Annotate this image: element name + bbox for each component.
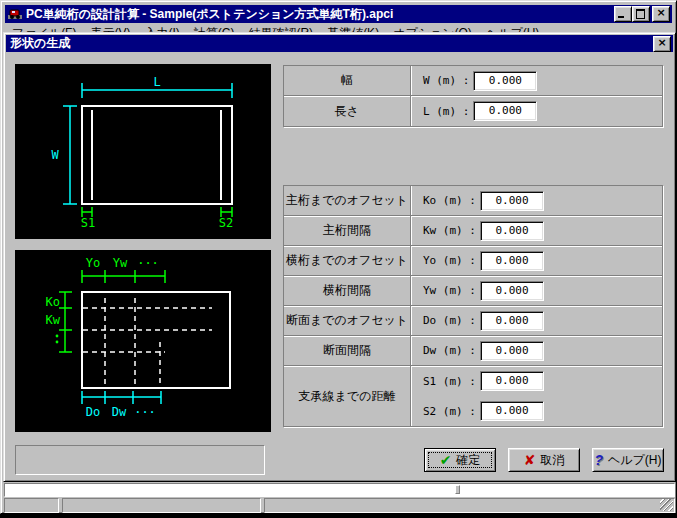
question-icon: ? [594, 453, 603, 467]
splitter-handle[interactable] [455, 485, 460, 494]
field-label: 支承線までの距離 [284, 366, 411, 426]
grid-diagram: Yo Yw ··· Ko Kw Do Dw [15, 250, 271, 432]
form-row: 断面間隔Dw (m) :0.000 [284, 336, 662, 366]
field-cell: L (m) :0.000 [411, 96, 662, 126]
window-titlebar: PC単純桁の設計計算 - Sample(ポストテンション方式単純T桁).apci… [5, 5, 672, 23]
field-line: S1 (m) :0.000 [411, 366, 662, 396]
input-l[interactable]: 0.000 [473, 101, 537, 121]
bottom-edit-bar [4, 483, 675, 497]
field-prefix-yo: Yo (m) : [423, 254, 476, 267]
field-prefix-ko: Ko (m) : [423, 194, 476, 207]
field-prefix-dw: Dw (m) : [423, 344, 476, 357]
dialog-titlebar: 形状の生成 × [6, 35, 673, 52]
dim-dots-bottom: ··· [134, 405, 156, 419]
ok-button-label: 確定 [456, 452, 480, 469]
dim-label-Yo: Yo [86, 256, 100, 270]
field-cell: Yo (m) :0.000 [411, 246, 662, 275]
field-label: 主桁間隔 [284, 216, 411, 245]
form-row: 幅W (m) :0.000 [284, 66, 662, 96]
status-panel-2 [62, 498, 261, 513]
field-label: 横桁間隔 [284, 276, 411, 305]
minimize-icon[interactable] [614, 6, 632, 22]
form-table-main: 主桁までのオフセットKo (m) :0.000主桁間隔Kw (m) :0.000… [283, 185, 663, 427]
field-prefix-s1: S1 (m) : [423, 375, 476, 388]
help-button[interactable]: ? ヘルプ(H) [592, 448, 664, 472]
input-ko[interactable]: 0.000 [480, 191, 544, 211]
input-do[interactable]: 0.000 [480, 311, 544, 331]
help-button-label: ヘルプ(H) [608, 452, 662, 469]
field-label: 横桁までのオフセット [284, 246, 411, 275]
dim-label-Ko: Ko [46, 295, 60, 309]
dim-label-Dw: Dw [112, 405, 127, 419]
form-table-top: 幅W (m) :0.000長さL (m) :0.000 [283, 65, 663, 127]
dim-label-S1: S1 [81, 216, 95, 230]
status-panel-3 [264, 498, 675, 513]
input-s2[interactable]: 0.000 [480, 401, 544, 421]
form-row: 断面までのオフセットDo (m) :0.000 [284, 306, 662, 336]
dim-label-L: L [153, 75, 160, 89]
input-kw[interactable]: 0.000 [480, 221, 544, 241]
input-s1[interactable]: 0.000 [480, 371, 544, 391]
shape-generation-dialog: 形状の生成 × L W [3, 32, 676, 482]
field-label: 主桁までのオフセット [284, 186, 411, 215]
field-cell: S1 (m) :0.000S2 (m) :0.000 [411, 366, 662, 426]
dim-label-W: W [51, 148, 59, 162]
status-bar [4, 498, 675, 513]
field-label: 断面間隔 [284, 336, 411, 365]
field-prefix-kw: Kw (m) : [423, 224, 476, 237]
form-row: 支承線までの距離S1 (m) :0.000S2 (m) :0.000 [284, 366, 662, 426]
input-yo[interactable]: 0.000 [480, 251, 544, 271]
form-row: 主桁間隔Kw (m) :0.000 [284, 216, 662, 246]
cross-icon: ✘ [524, 453, 536, 467]
form-row: 横桁間隔Yw (m) :0.000 [284, 276, 662, 306]
dialog-title: 形状の生成 [10, 35, 653, 52]
dialog-close-icon[interactable]: × [653, 36, 671, 52]
form-row: 横桁までのオフセットYo (m) :0.000 [284, 246, 662, 276]
screen: PC単純桁の設計計算 - Sample(ポストテンション方式単純T桁).apci… [0, 0, 677, 518]
ok-button[interactable]: ✔ 確定 [424, 448, 496, 472]
field-cell: Dw (m) :0.000 [411, 336, 662, 365]
field-label: 断面までのオフセット [284, 306, 411, 335]
input-dw[interactable]: 0.000 [480, 341, 544, 361]
field-prefix-yw: Yw (m) : [423, 284, 476, 297]
field-prefix-l: L (m) : [423, 105, 469, 118]
field-cell: Do (m) :0.000 [411, 306, 662, 335]
cancel-button-label: 取消 [540, 452, 564, 469]
app-window: PC単純桁の設計計算 - Sample(ポストテンション方式単純T桁).apci… [0, 0, 677, 514]
check-icon: ✔ [440, 453, 452, 467]
dim-label-Do: Do [86, 405, 100, 419]
dim-label-Kw: Kw [46, 313, 61, 327]
dim-label-S2: S2 [219, 216, 233, 230]
close-icon[interactable]: × [652, 6, 670, 22]
field-line: S2 (m) :0.000 [411, 396, 662, 426]
dim-dots-top: ··· [137, 256, 159, 270]
field-cell: Ko (m) :0.000 [411, 186, 662, 215]
input-yw[interactable]: 0.000 [480, 281, 544, 301]
input-w[interactable]: 0.000 [473, 71, 537, 91]
dim-label-Yw: Yw [113, 256, 128, 270]
field-prefix-w: W (m) : [423, 74, 469, 87]
app-icon [7, 6, 23, 22]
window-title: PC単純桁の設計計算 - Sample(ポストテンション方式単純T桁).apci [26, 6, 614, 23]
field-prefix-do: Do (m) : [423, 314, 476, 327]
field-cell: W (m) :0.000 [411, 66, 662, 95]
field-prefix-s2: S2 (m) : [423, 405, 476, 418]
field-cell: Kw (m) :0.000 [411, 216, 662, 245]
resize-grip-icon[interactable] [660, 499, 673, 511]
cancel-button[interactable]: ✘ 取消 [508, 448, 580, 472]
field-label: 長さ [284, 96, 411, 126]
field-label: 幅 [284, 66, 411, 95]
form-row: 長さL (m) :0.000 [284, 96, 662, 126]
field-cell: Yw (m) :0.000 [411, 276, 662, 305]
message-panel [15, 445, 265, 475]
form-row: 主桁までのオフセットKo (m) :0.000 [284, 186, 662, 216]
maximize-icon[interactable] [632, 6, 650, 22]
status-panel-1 [4, 498, 59, 513]
plan-diagram: L W S1 S2 [15, 64, 271, 239]
